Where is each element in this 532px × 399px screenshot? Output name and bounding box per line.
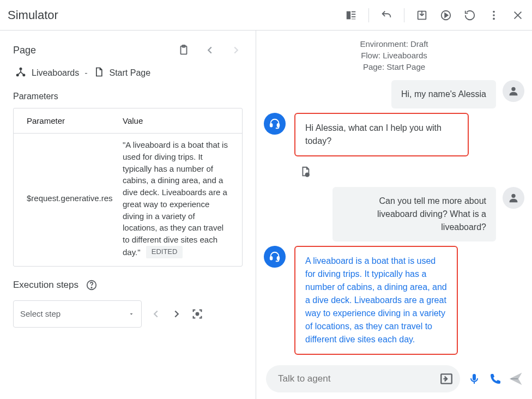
chat-input[interactable] xyxy=(278,373,434,384)
user-bubble: Can you tell me more about liveaboard di… xyxy=(332,187,496,241)
param-name: $request.generative.res xyxy=(27,192,123,204)
user-avatar-icon xyxy=(503,187,524,209)
topbar: Simulator xyxy=(0,0,532,31)
svg-point-16 xyxy=(91,287,92,287)
left-panel: Page Liveaboards - Start xyxy=(0,31,256,399)
svg-point-7 xyxy=(493,10,495,13)
svg-rect-4 xyxy=(352,19,355,19)
param-value: "A liveaboard is a boat that is used for… xyxy=(123,139,229,258)
breadcrumb-separator: - xyxy=(84,68,87,78)
select-placeholder: Select step xyxy=(20,309,61,318)
svg-rect-24 xyxy=(270,257,273,260)
svg-point-18 xyxy=(511,87,515,91)
prev-page-icon[interactable] xyxy=(203,44,216,57)
message-user: Can you tell me more about liveaboard di… xyxy=(259,187,529,241)
play-icon[interactable] xyxy=(439,9,452,22)
svg-point-8 xyxy=(493,14,495,16)
breadcrumb-page[interactable]: Start Page xyxy=(110,68,151,78)
svg-text:i: i xyxy=(307,173,307,177)
reset-icon[interactable] xyxy=(463,9,476,22)
toggle-panel-icon[interactable] xyxy=(344,9,358,22)
download-icon[interactable] xyxy=(415,9,428,22)
svg-rect-1 xyxy=(352,11,355,12)
help-icon[interactable] xyxy=(85,279,98,292)
env-environment: Environment: Draft xyxy=(256,38,532,50)
send-icon[interactable] xyxy=(509,372,522,385)
agent-avatar-icon xyxy=(264,246,286,268)
select-step-dropdown[interactable]: Select step xyxy=(13,300,142,328)
agent-avatar-icon xyxy=(264,113,286,135)
more-icon[interactable] xyxy=(487,9,500,22)
user-bubble: Hi, my name's Alessia xyxy=(391,80,496,108)
breadcrumb-flow[interactable]: Liveaboards xyxy=(32,68,79,78)
mic-icon[interactable] xyxy=(468,372,481,385)
col-parameter: Parameter xyxy=(27,116,123,125)
agent-bubble[interactable]: Hi Alessia, what can I help you with tod… xyxy=(294,113,469,156)
step-prev-icon[interactable] xyxy=(149,307,162,321)
phone-icon[interactable] xyxy=(488,372,501,385)
parameters-table: Parameter Value $request.generative.res … xyxy=(13,108,243,267)
env-flow: Flow: Liveaboards xyxy=(256,50,532,61)
focus-icon[interactable] xyxy=(191,307,204,321)
svg-rect-19 xyxy=(270,124,273,127)
edited-badge: EDITED xyxy=(146,246,183,258)
log-file-row: i xyxy=(259,161,529,183)
user-avatar-icon xyxy=(503,80,524,102)
app-title: Simulator xyxy=(8,8,58,22)
flow-icon xyxy=(15,66,26,80)
execution-steps-label: Execution steps xyxy=(13,280,78,291)
chat-input-box[interactable] xyxy=(266,365,460,392)
svg-rect-27 xyxy=(473,374,476,380)
message-agent: A liveaboard is a boat that is used for … xyxy=(259,246,529,355)
table-row[interactable]: $request.generative.res "A liveaboard is… xyxy=(14,134,242,266)
step-next-icon[interactable] xyxy=(170,307,183,321)
page-icon xyxy=(93,66,104,80)
col-value: Value xyxy=(123,116,229,125)
environment-info: Environment: Draft Flow: Liveaboards Pag… xyxy=(256,31,532,76)
chat-area[interactable]: Hi, my name's Alessia Hi Alessia, what c… xyxy=(256,76,532,399)
submit-icon[interactable] xyxy=(439,372,454,386)
svg-rect-2 xyxy=(352,14,355,15)
close-icon[interactable] xyxy=(511,9,524,22)
clipboard-icon[interactable] xyxy=(177,44,190,57)
svg-rect-0 xyxy=(347,11,350,19)
svg-rect-20 xyxy=(277,124,280,127)
message-agent: Hi Alessia, what can I help you with tod… xyxy=(259,113,529,156)
parameters-label: Parameters xyxy=(13,92,243,101)
breadcrumb: Liveaboards - Start Page xyxy=(15,66,243,80)
topbar-actions xyxy=(344,8,524,22)
svg-rect-3 xyxy=(352,16,355,17)
svg-rect-25 xyxy=(277,257,280,260)
agent-bubble[interactable]: A liveaboard is a boat that is used for … xyxy=(294,246,458,355)
message-user: Hi, my name's Alessia xyxy=(259,80,529,108)
svg-point-9 xyxy=(493,17,495,20)
page-heading: Page xyxy=(13,45,36,56)
next-page-icon[interactable] xyxy=(229,44,243,57)
svg-point-17 xyxy=(196,312,199,315)
input-bar xyxy=(256,365,532,392)
svg-point-12 xyxy=(20,68,22,70)
svg-point-23 xyxy=(511,194,515,198)
env-page: Page: Start Page xyxy=(256,61,532,72)
undo-icon[interactable] xyxy=(380,9,393,22)
conversation-panel: Environment: Draft Flow: Liveaboards Pag… xyxy=(256,31,532,399)
document-info-icon[interactable]: i xyxy=(299,165,312,178)
